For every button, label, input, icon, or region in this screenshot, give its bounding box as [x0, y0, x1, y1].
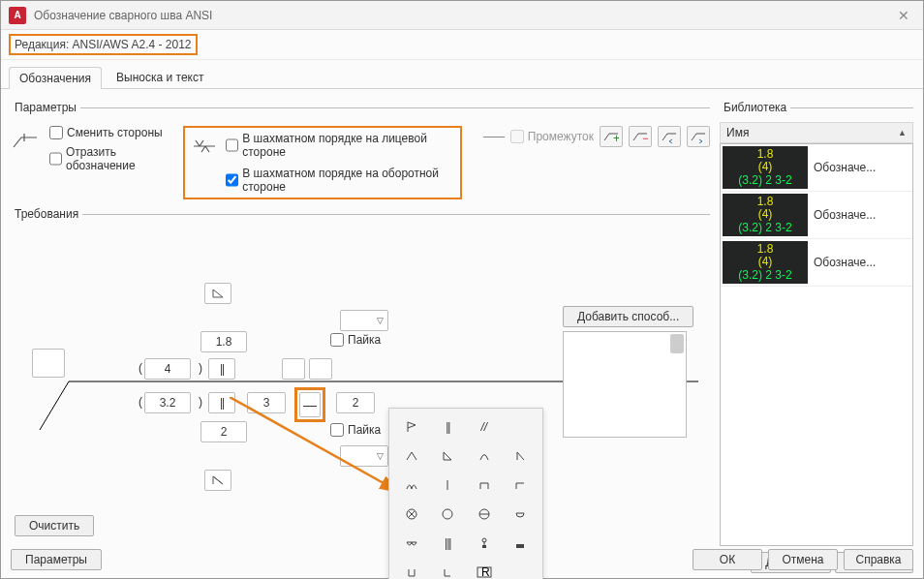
contour-bot-highlight-button[interactable]: —	[299, 392, 321, 417]
contour-bot-button[interactable]	[204, 470, 231, 491]
params-legend: Параметры	[11, 101, 80, 114]
svg-text:−: −	[642, 132, 648, 143]
length-bot-input[interactable]	[144, 392, 191, 413]
fillet-add-button[interactable]: +	[600, 126, 623, 147]
sym-vbar-icon[interactable]	[430, 471, 467, 500]
swap-sides-checkbox[interactable]: Сменить стороны	[49, 126, 173, 139]
app-logo: A	[9, 7, 26, 24]
sym-circle-line-icon[interactable]	[466, 500, 503, 529]
gap-checkbox[interactable]: Промежуток	[510, 130, 594, 143]
count-input[interactable]	[336, 392, 375, 413]
stagger-face-checkbox[interactable]: В шахматном порядке на лицевой стороне	[226, 132, 454, 159]
clear-button[interactable]: Очистить	[15, 515, 94, 536]
library-thumb: 1.8(4)(3.2) 2 3-2	[723, 194, 808, 236]
contour-top-button[interactable]	[204, 283, 231, 304]
symbol-top-button[interactable]: ||	[208, 358, 235, 380]
scrollbar-thumb[interactable]	[670, 334, 684, 353]
extra-top-1[interactable]	[282, 358, 305, 380]
extra-top-2[interactable]	[309, 358, 332, 380]
svg-point-4	[443, 509, 452, 519]
sym-u-left-icon[interactable]	[393, 558, 430, 579]
sym-filled-rect-icon[interactable]	[503, 529, 539, 558]
library-name-header[interactable]: Имя ▲	[720, 122, 913, 143]
svg-text:R: R	[481, 565, 490, 579]
sym-parallel-icon[interactable]: ||	[430, 412, 467, 442]
methods-listbox[interactable]	[563, 331, 687, 438]
sym-u-right-icon[interactable]	[430, 558, 467, 579]
tab-symbols[interactable]: Обозначения	[9, 67, 102, 89]
sym-bowtie-icon[interactable]	[393, 529, 430, 558]
sym-double-slash-icon[interactable]: //	[466, 412, 503, 442]
tab-leader-text[interactable]: Выноска и текст	[106, 66, 214, 88]
mirror-checkbox[interactable]: Отразить обозначение	[49, 145, 173, 172]
tail-box[interactable]	[32, 349, 65, 378]
library-legend: Библиотека	[720, 101, 790, 114]
cancel-button[interactable]: Отмена	[768, 549, 838, 570]
library-item[interactable]: 1.8(4)(3.2) 2 3-2 Обозначе...	[721, 239, 912, 287]
gap-line-icon	[483, 137, 505, 137]
finish-bot-select[interactable]: ▽	[340, 445, 388, 467]
sym-arc-up-icon[interactable]	[466, 442, 503, 471]
sym-half-circle-icon[interactable]	[503, 500, 539, 529]
close-icon[interactable]: ✕	[892, 8, 915, 23]
svg-rect-8	[516, 544, 524, 548]
sym-circle-x-icon[interactable]	[393, 500, 430, 529]
fillet-right-button[interactable]	[687, 126, 710, 147]
sym-stem-circle-icon[interactable]	[466, 529, 503, 558]
req-legend: Требования	[11, 207, 82, 221]
fillet-remove-button[interactable]: −	[629, 126, 652, 147]
symbol-bot-button[interactable]: ||	[208, 392, 235, 413]
sym-half-caret-icon[interactable]	[503, 442, 539, 471]
sym-double-arc-icon[interactable]	[393, 471, 430, 500]
brazing-top-checkbox[interactable]: Пайка	[330, 333, 381, 347]
library-thumb: 1.8(4)(3.2) 2 3-2	[723, 241, 808, 284]
sym-blank[interactable]	[503, 412, 539, 442]
revision-label: Редакция: ANSI/AWS A2.4 - 2012	[9, 34, 198, 55]
chevron-down-icon: ▽	[377, 451, 384, 461]
svg-rect-6	[482, 545, 486, 548]
length-top-input[interactable]	[144, 358, 191, 380]
sym-flag-icon[interactable]	[393, 412, 430, 442]
finish-top-select[interactable]: ▽	[340, 310, 388, 331]
library-item[interactable]: 1.8(4)(3.2) 2 3-2 Обозначе...	[721, 192, 912, 239]
library-item-label: Обозначе...	[814, 208, 876, 222]
window-title: Обозначение сварного шва ANSI	[34, 9, 892, 22]
size-top-input[interactable]	[200, 331, 247, 352]
pitch-input[interactable]	[247, 392, 286, 413]
ok-button[interactable]: ОК	[693, 549, 762, 570]
sym-r-box-icon[interactable]: R	[466, 558, 503, 579]
chevron-down-icon: ▽	[377, 316, 384, 325]
symbol-palette-popup: || // ||| R	[388, 408, 543, 579]
sym-blank2[interactable]	[503, 558, 539, 579]
pardoms-button[interactable]: Параметры	[11, 549, 102, 570]
library-item-label: Обозначе...	[814, 256, 876, 269]
sym-halfsquare-icon[interactable]	[503, 471, 539, 500]
help-button[interactable]: Справка	[844, 549, 913, 570]
sym-caret-icon[interactable]	[393, 442, 430, 471]
size-bot-input[interactable]	[200, 421, 247, 442]
sort-asc-icon: ▲	[898, 128, 907, 137]
stagger-icon	[191, 132, 218, 161]
library-thumb: 1.8(4)(3.2) 2 3-2	[723, 146, 808, 189]
library-item-label: Обозначе...	[814, 161, 876, 174]
brazing-bot-checkbox[interactable]: Пайка	[330, 423, 381, 437]
add-method-button[interactable]: Добавить способ...	[563, 306, 693, 327]
svg-text:+: +	[613, 132, 619, 143]
sym-triple-bar-ицон[interactable]: |||	[430, 529, 467, 558]
weld-leader-icon	[11, 126, 40, 155]
sym-circle-icon[interactable]	[430, 500, 467, 529]
sym-fillet-icon[interactable]	[430, 442, 467, 471]
fillet-left-button[interactable]	[658, 126, 681, 147]
library-item[interactable]: 1.8(4)(3.2) 2 3-2 Обозначе...	[721, 144, 912, 192]
stagger-back-checkbox[interactable]: В шахматном порядке на оборотной стороне	[226, 167, 454, 194]
sym-square-icon[interactable]	[466, 471, 503, 500]
